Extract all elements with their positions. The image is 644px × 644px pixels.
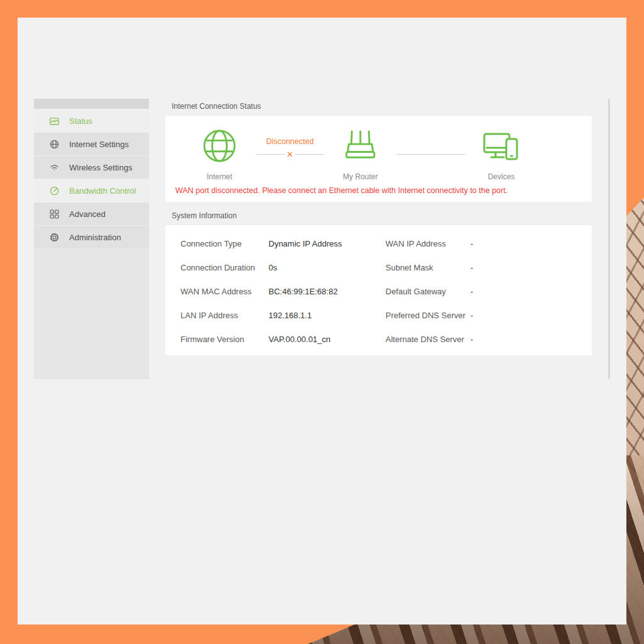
- info-row: Alternate DNS Server -: [386, 327, 574, 351]
- sidebar-item-label: Wireless Settings: [69, 163, 132, 172]
- info-column-left: Connection Type Dynamic IP Address Conne…: [180, 231, 386, 351]
- connection-status-title: Internet Connection Status: [172, 102, 587, 111]
- sidebar-item-status[interactable]: Status: [34, 109, 149, 132]
- sidebar-item-wireless-settings[interactable]: Wireless Settings: [34, 155, 149, 179]
- disconnected-label: Disconnected: [243, 137, 337, 146]
- link-router-devices: [384, 128, 478, 163]
- content-scrollbar[interactable]: [608, 99, 610, 379]
- connection-diagram: Internet Disconnected × My Router: [165, 116, 592, 181]
- router-node: My Router: [337, 128, 384, 181]
- system-information-table: Connection Type Dynamic IP Address Conne…: [165, 225, 592, 351]
- info-row: Connection Type Dynamic IP Address: [180, 231, 386, 255]
- sidebar-item-administration[interactable]: Administration: [34, 225, 149, 248]
- info-row: Default Gateway -: [386, 279, 574, 303]
- internet-globe-icon: [196, 128, 243, 163]
- sidebar-item-label: Administration: [69, 233, 121, 242]
- disconnected-x-icon: ×: [285, 149, 295, 160]
- link-internet-router: Disconnected ×: [243, 128, 337, 163]
- sidebar: Status Internet Settings Wireless Settin…: [34, 99, 149, 379]
- wifi-icon: [49, 162, 60, 173]
- sidebar-item-advanced[interactable]: Advanced: [34, 202, 149, 225]
- info-row: Firmware Version VAP.00.00.01_cn: [180, 327, 386, 351]
- wan-warning-text: WAN port disconnected. Please connect an…: [165, 186, 518, 195]
- sidebar-item-label: Bandwidth Control: [69, 186, 136, 196]
- sidebar-item-label: Advanced: [69, 209, 106, 219]
- connection-status-card: Internet Disconnected × My Router: [165, 116, 592, 202]
- info-label: LAN IP Address: [180, 311, 269, 320]
- link-line: [397, 154, 465, 155]
- system-information-title: System Information: [172, 211, 587, 220]
- info-label: WAN IP Address: [386, 239, 470, 248]
- gauge-icon: [49, 186, 60, 196]
- status-icon: [49, 116, 60, 126]
- internet-node: Internet: [196, 128, 243, 181]
- grid-icon: [49, 209, 60, 219]
- system-information-card: Connection Type Dynamic IP Address Conne…: [165, 225, 592, 355]
- info-row: Connection Duration 0s: [180, 255, 386, 279]
- info-row: LAN IP Address 192.168.1.1: [180, 303, 386, 327]
- info-value: BC:46:99:1E:68:82: [269, 287, 338, 296]
- info-value: -: [470, 287, 473, 296]
- info-label: Connection Duration: [180, 263, 269, 272]
- devices-node-label: Devices: [478, 172, 525, 181]
- info-column-right: WAN IP Address - Subnet Mask - Default G…: [386, 231, 574, 351]
- gear-icon: [49, 232, 60, 243]
- sidebar-item-internet-settings[interactable]: Internet Settings: [34, 132, 149, 155]
- info-label: WAN MAC Address: [180, 287, 269, 296]
- router-icon: [337, 128, 384, 163]
- router-admin-page: Status Internet Settings Wireless Settin…: [18, 18, 626, 625]
- info-row: Subnet Mask -: [386, 255, 574, 279]
- sidebar-item-label: Status: [69, 116, 92, 126]
- devices-node: Devices: [478, 128, 525, 181]
- info-value: 192.168.1.1: [269, 311, 312, 320]
- info-label: Subnet Mask: [386, 263, 470, 272]
- info-row: WAN IP Address -: [386, 231, 574, 255]
- globe-icon: [49, 139, 60, 150]
- sidebar-top-strip: [34, 99, 149, 109]
- info-value: -: [470, 311, 473, 320]
- info-value: VAP.00.00.01_cn: [269, 335, 331, 344]
- info-value: -: [470, 335, 473, 344]
- router-node-label: My Router: [337, 172, 384, 181]
- info-label: Connection Type: [180, 239, 269, 248]
- info-label: Default Gateway: [386, 287, 470, 296]
- info-value: 0s: [269, 263, 277, 272]
- sidebar-item-bandwidth-control[interactable]: Bandwidth Control: [34, 179, 149, 202]
- info-row: Preferred DNS Server -: [386, 303, 574, 327]
- info-label: Preferred DNS Server: [386, 311, 470, 320]
- devices-icon: [478, 128, 525, 163]
- info-row: WAN MAC Address BC:46:99:1E:68:82: [180, 279, 386, 303]
- info-value: Dynamic IP Address: [269, 239, 342, 248]
- sidebar-item-label: Internet Settings: [69, 140, 129, 149]
- info-value: -: [470, 239, 473, 248]
- info-label: Alternate DNS Server: [386, 335, 470, 344]
- info-value: -: [470, 263, 473, 272]
- internet-node-label: Internet: [196, 172, 243, 181]
- info-label: Firmware Version: [180, 335, 269, 344]
